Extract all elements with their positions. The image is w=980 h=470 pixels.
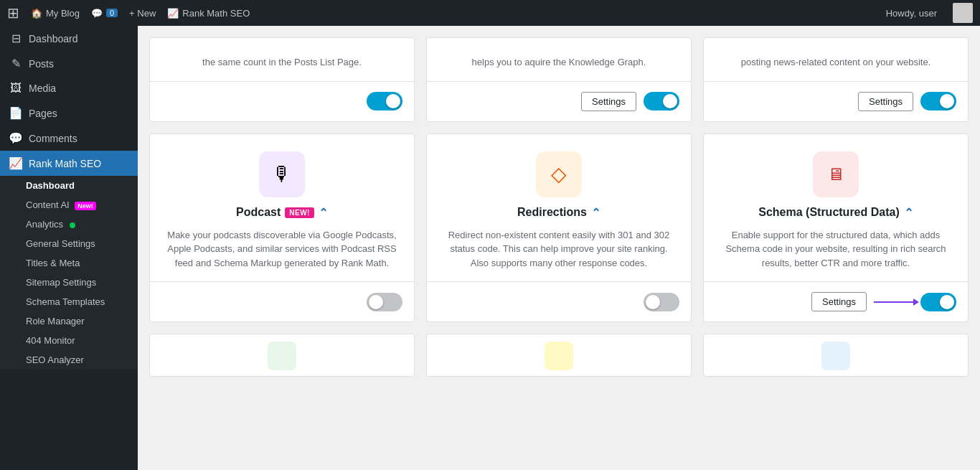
rank-math-icon: 📈 — [167, 8, 179, 19]
toggle-track — [920, 92, 956, 111]
home-icon: 🏠 — [31, 8, 42, 19]
analytics-status-dot — [70, 222, 75, 228]
submenu-item-404-monitor[interactable]: 404 Monitor — [0, 331, 138, 350]
card-top-3-toggle[interactable] — [920, 92, 956, 111]
podcast-chevron-up-icon: ⌃ — [319, 206, 328, 220]
user-avatar[interactable] — [953, 3, 973, 23]
content-ai-new-badge: New! — [75, 202, 96, 210]
wp-logo-button[interactable]: ⊞ — [7, 4, 19, 22]
schema-desc: Enable support for the structured data, … — [718, 228, 953, 271]
card-top-3-footer: Settings — [704, 81, 968, 121]
card-top-2-toggle[interactable] — [644, 92, 679, 111]
card-top-2-desc: helps you to aquire the Knowledge Graph. — [472, 55, 646, 70]
toggle-track — [644, 293, 679, 311]
toggle-thumb — [940, 295, 954, 309]
submenu-item-rm-dashboard[interactable]: Dashboard — [0, 176, 138, 195]
card-bottom-3-body — [704, 334, 968, 377]
card-bottom-2-icon-wrap — [545, 342, 573, 370]
card-bottom-1 — [149, 334, 415, 377]
schema-toggle[interactable] — [920, 293, 956, 311]
card-top-1-toggle[interactable] — [367, 92, 402, 111]
rank-math-submenu: Dashboard Content AI New! Analytics Gene… — [0, 176, 138, 370]
sidebar-item-media[interactable]: 🖼 Media — [0, 76, 138, 100]
sidebar: ⊟ Dashboard ✎ Posts 🖼 Media 📄 Pages 💬 Co… — [0, 26, 138, 470]
sidebar-pages-label: Pages — [29, 108, 57, 119]
new-label: + New — [129, 8, 156, 19]
sidebar-media-label: Media — [29, 83, 56, 94]
comment-count-badge: 0 — [106, 9, 118, 17]
new-content-button[interactable]: + New — [129, 8, 156, 19]
card-bottom-2-body — [427, 334, 691, 377]
card-top-1-body: the same count in the Posts List Page. — [150, 38, 414, 81]
schema-icon: 🖥 — [827, 164, 844, 184]
redirections-icon-wrap: ◇ — [536, 151, 582, 197]
rank-math-topbar-button[interactable]: 📈 Rank Math SEO — [167, 8, 250, 19]
dashboard-icon: ⊟ — [9, 32, 23, 45]
card-schema: 🖥 Schema (Structured Data) ⌃ Enable supp… — [703, 133, 969, 323]
submenu-item-role-manager[interactable]: Role Manager — [0, 311, 138, 331]
submenu-item-content-ai[interactable]: Content AI New! — [0, 195, 138, 215]
site-name-button[interactable]: 🏠 My Blog — [31, 8, 80, 19]
card-podcast-body: 🎙 Podcast NEW! ⌃ Make your podcasts disc… — [150, 134, 414, 282]
sidebar-item-comments[interactable]: 💬 Comments — [0, 126, 138, 151]
comment-icon: 💬 — [91, 8, 103, 19]
toggle-thumb — [940, 94, 954, 108]
sidebar-item-pages[interactable]: 📄 Pages — [0, 100, 138, 126]
card-top-3-settings-button[interactable]: Settings — [858, 92, 913, 111]
podcast-title-text: Podcast — [236, 206, 281, 219]
card-redirections-footer — [427, 281, 691, 321]
submenu-item-titles-meta[interactable]: Titles & Meta — [0, 253, 138, 273]
podcast-icon-wrap: 🎙 — [259, 151, 305, 197]
cards-grid: the same count in the Posts List Page. h… — [149, 37, 969, 377]
sidebar-item-dashboard[interactable]: ⊟ Dashboard — [0, 26, 138, 51]
redirections-chevron-up-icon: ⌃ — [591, 206, 600, 220]
podcast-title: Podcast NEW! ⌃ — [236, 206, 328, 220]
card-top-1-footer — [150, 81, 414, 121]
main-layout: ⊟ Dashboard ✎ Posts 🖼 Media 📄 Pages 💬 Co… — [0, 26, 980, 470]
schema-title-text: Schema (Structured Data) — [758, 206, 900, 219]
card-schema-footer: Settings — [704, 281, 968, 321]
sidebar-item-posts[interactable]: ✎ Posts — [0, 51, 138, 76]
schema-arrowhead — [913, 299, 919, 306]
toggle-track — [920, 293, 956, 311]
submenu-item-sitemap[interactable]: Sitemap Settings — [0, 273, 138, 292]
comments-nav-icon: 💬 — [9, 131, 23, 145]
toggle-track — [367, 92, 402, 111]
wp-logo-icon: ⊞ — [7, 4, 19, 22]
card-bottom-1-icon-wrap — [268, 342, 296, 370]
toggle-track — [367, 293, 402, 311]
comments-button[interactable]: 💬 0 — [91, 8, 118, 19]
submenu-item-schema-templates[interactable]: Schema Templates — [0, 292, 138, 311]
sidebar-rank-math-label: Rank Math SEO — [29, 158, 101, 169]
redirections-title-text: Redirections — [517, 206, 587, 219]
card-top-2-settings-button[interactable]: Settings — [581, 92, 636, 111]
podcast-toggle[interactable] — [367, 293, 402, 311]
card-podcast: 🎙 Podcast NEW! ⌃ Make your podcasts disc… — [149, 133, 415, 323]
submenu-item-analytics[interactable]: Analytics — [0, 215, 138, 234]
rank-math-nav-icon: 📈 — [9, 156, 23, 170]
site-name-label: My Blog — [46, 8, 80, 19]
redirections-icon: ◇ — [551, 162, 567, 186]
card-top-1: the same count in the Posts List Page. — [149, 37, 415, 122]
card-top-3-desc: posting news-related content on your web… — [741, 55, 931, 70]
posts-icon: ✎ — [9, 57, 23, 70]
submenu-item-general-settings[interactable]: General Settings — [0, 234, 138, 253]
sidebar-comments-label: Comments — [29, 133, 77, 144]
toggle-thumb — [646, 295, 660, 309]
card-redirections: ◇ Redirections ⌃ Redirect non-existent c… — [426, 133, 692, 323]
redirections-title: Redirections ⌃ — [517, 206, 600, 220]
schema-settings-button[interactable]: Settings — [811, 292, 867, 311]
card-bottom-3-icon-wrap — [821, 342, 850, 370]
card-podcast-footer — [150, 281, 414, 321]
card-top-2: helps you to aquire the Knowledge Graph.… — [426, 37, 692, 122]
sidebar-item-rank-math[interactable]: 📈 Rank Math SEO — [0, 151, 138, 176]
redirections-toggle[interactable] — [644, 293, 679, 311]
podcast-new-tag: NEW! — [285, 207, 314, 218]
toggle-thumb — [663, 94, 677, 108]
admin-bar: ⊞ 🏠 My Blog 💬 0 + New 📈 Rank Math SEO Ho… — [0, 0, 980, 26]
submenu-item-seo-analyzer[interactable]: SEO Analyzer — [0, 350, 138, 370]
toggle-thumb — [386, 94, 400, 108]
podcast-desc: Make your podcasts discoverable via Goog… — [164, 228, 400, 271]
toggle-track — [644, 92, 679, 111]
toggle-thumb — [369, 295, 383, 309]
